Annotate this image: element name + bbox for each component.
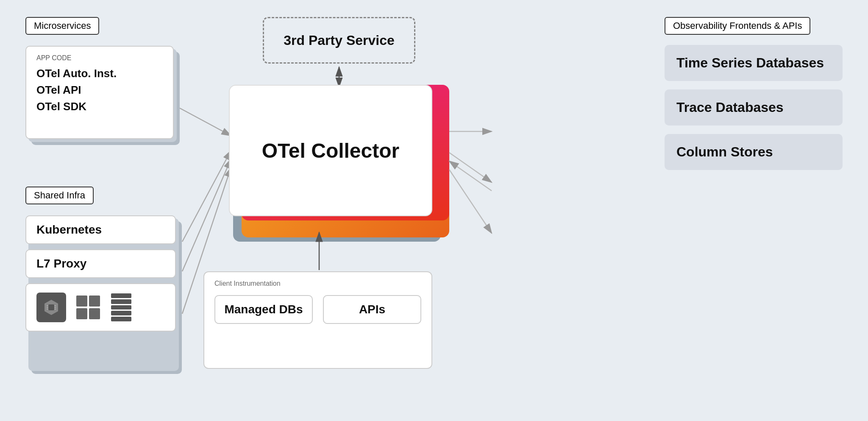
icons-card	[25, 283, 176, 332]
svg-line-19	[449, 153, 492, 182]
observability-section: Observability Frontends & APIs Time Seri…	[665, 17, 843, 170]
windows-icon	[76, 296, 100, 319]
chip-icon	[36, 293, 66, 322]
app-code-label: APP CODE	[36, 54, 163, 62]
svg-line-21	[449, 170, 492, 233]
otel-api: OTel API	[36, 82, 163, 98]
shared-infra-section: Shared Infra Kubernetes L7 Proxy	[25, 187, 182, 332]
client-instr-cards: Managed DBs APIs	[214, 295, 421, 324]
microservices-label: Microservices	[25, 17, 99, 35]
microservices-card: APP CODE OTel Auto. Inst. OTel API OTel …	[25, 46, 174, 139]
svg-line-12	[180, 108, 231, 136]
time-series-databases-card: Time Series Databases	[665, 45, 843, 81]
database-icon	[110, 293, 132, 321]
collector-title: OTel Collector	[262, 139, 400, 162]
column-stores-card: Column Stores	[665, 134, 843, 170]
shared-cards-front: Kubernetes L7 Proxy	[25, 215, 182, 332]
svg-line-13	[182, 151, 231, 242]
kubernetes-card: Kubernetes	[25, 215, 176, 244]
apis-card: APIs	[323, 295, 421, 324]
microservices-stack: APP CODE OTel Auto. Inst. OTel API OTel …	[25, 46, 178, 139]
client-instr-label: Client Instrumentation	[214, 280, 421, 287]
third-party-label: 3rd Party Service	[284, 33, 395, 48]
shared-infra-stack: Kubernetes L7 Proxy	[25, 215, 182, 332]
l7proxy-card: L7 Proxy	[25, 249, 176, 278]
svg-line-20	[449, 161, 492, 191]
shared-infra-label: Shared Infra	[25, 187, 94, 204]
otel-sdk: OTel SDK	[36, 98, 163, 115]
otel-auto-inst: OTel Auto. Inst.	[36, 65, 163, 82]
observability-label: Observability Frontends & APIs	[665, 17, 810, 35]
collector-section: OTel Collector	[229, 85, 441, 229]
managed-dbs-card: Managed DBs	[214, 295, 313, 324]
collector-stack: OTel Collector	[229, 85, 441, 229]
right-cards: Time Series Databases Trace Databases Co…	[665, 45, 843, 170]
collector-main-card: OTel Collector	[229, 85, 432, 216]
client-instrumentation-section: Client Instrumentation Managed DBs APIs	[203, 271, 432, 369]
svg-rect-1	[48, 304, 54, 310]
microservices-section: Microservices APP CODE OTel Auto. Inst. …	[25, 17, 178, 139]
trace-databases-card: Trace Databases	[665, 89, 843, 125]
third-party-box: 3rd Party Service	[263, 17, 415, 64]
svg-line-14	[182, 159, 231, 271]
diagram-container: Microservices APP CODE OTel Auto. Inst. …	[0, 0, 868, 421]
